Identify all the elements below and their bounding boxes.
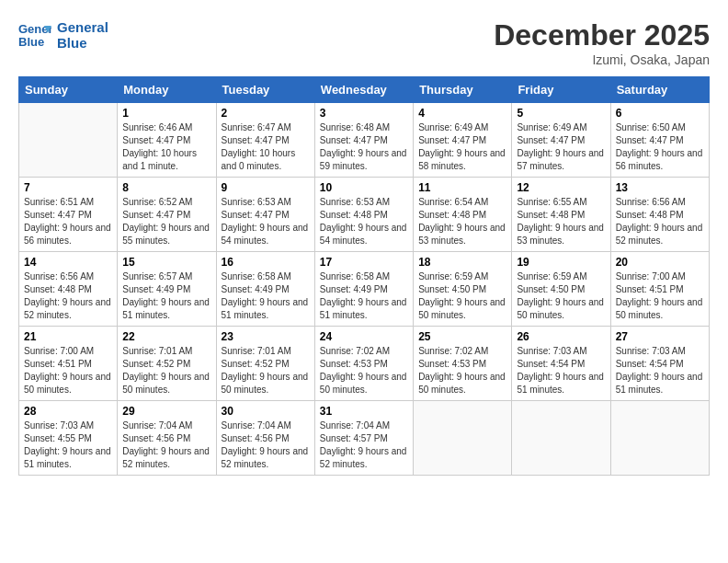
day-number: 30 [222,405,310,418]
calendar-cell: 3Sunrise: 6:48 AMSunset: 4:47 PMDaylight… [314,103,413,178]
day-number: 1 [122,107,210,120]
day-detail: Sunrise: 7:02 AMSunset: 4:53 PMDaylight:… [320,345,408,396]
day-number: 22 [122,330,210,343]
day-detail: Sunrise: 6:50 AMSunset: 4:47 PMDaylight:… [616,121,704,173]
calendar-cell [610,401,709,476]
day-number: 3 [320,107,408,120]
day-number: 17 [320,256,408,269]
day-number: 16 [222,256,310,269]
calendar-cell: 23Sunrise: 7:01 AMSunset: 4:52 PMDayligh… [216,327,314,401]
day-number: 5 [517,107,605,120]
calendar-cell: 24Sunrise: 7:02 AMSunset: 4:53 PMDayligh… [314,327,413,401]
day-number: 6 [616,107,704,120]
calendar-cell: 31Sunrise: 7:04 AMSunset: 4:57 PMDayligh… [314,401,413,476]
day-detail: Sunrise: 7:03 AMSunset: 4:55 PMDaylight:… [24,419,112,471]
day-detail: Sunrise: 6:56 AMSunset: 4:48 PMDaylight:… [24,270,112,322]
calendar-cell: 30Sunrise: 7:04 AMSunset: 4:56 PMDayligh… [216,401,314,476]
day-number: 4 [418,107,506,120]
day-number: 29 [122,405,210,418]
day-number: 31 [320,405,408,418]
calendar-cell: 4Sunrise: 6:49 AMSunset: 4:47 PMDaylight… [414,103,512,178]
day-number: 14 [24,256,112,269]
day-number: 13 [616,181,704,194]
calendar-cell: 18Sunrise: 6:59 AMSunset: 4:50 PMDayligh… [414,252,512,327]
day-detail: Sunrise: 6:58 AMSunset: 4:49 PMDaylight:… [320,270,408,322]
day-number: 18 [418,256,506,269]
calendar-body: 1Sunrise: 6:46 AMSunset: 4:47 PMDaylight… [19,103,710,476]
calendar-cell [512,401,610,476]
day-detail: Sunrise: 6:49 AMSunset: 4:47 PMDaylight:… [418,121,506,173]
calendar-cell: 6Sunrise: 6:50 AMSunset: 4:47 PMDaylight… [610,103,709,178]
day-number: 9 [222,181,310,194]
day-detail: Sunrise: 6:58 AMSunset: 4:49 PMDaylight:… [222,270,310,322]
day-detail: Sunrise: 7:04 AMSunset: 4:57 PMDaylight:… [320,419,408,471]
day-detail: Sunrise: 6:46 AMSunset: 4:47 PMDaylight:… [122,121,210,173]
week-row-2: 7Sunrise: 6:51 AMSunset: 4:47 PMDaylight… [19,178,710,252]
calendar-cell: 13Sunrise: 6:56 AMSunset: 4:48 PMDayligh… [610,178,709,252]
day-detail: Sunrise: 7:04 AMSunset: 4:56 PMDaylight:… [122,419,210,471]
day-number: 25 [418,330,506,343]
calendar-cell: 26Sunrise: 7:03 AMSunset: 4:54 PMDayligh… [512,327,610,401]
day-number: 12 [517,181,605,194]
day-number: 28 [24,405,112,418]
day-detail: Sunrise: 6:48 AMSunset: 4:47 PMDaylight:… [320,121,408,173]
day-detail: Sunrise: 7:00 AMSunset: 4:51 PMDaylight:… [24,345,112,396]
calendar-cell: 10Sunrise: 6:53 AMSunset: 4:48 PMDayligh… [314,178,413,252]
day-detail: Sunrise: 7:03 AMSunset: 4:54 PMDaylight:… [517,345,605,396]
day-number: 19 [517,256,605,269]
calendar-cell: 25Sunrise: 7:02 AMSunset: 4:53 PMDayligh… [414,327,512,401]
day-number: 24 [320,330,408,343]
day-detail: Sunrise: 6:59 AMSunset: 4:50 PMDaylight:… [418,270,506,322]
calendar-cell: 8Sunrise: 6:52 AMSunset: 4:47 PMDaylight… [118,178,216,252]
calendar-cell: 5Sunrise: 6:49 AMSunset: 4:47 PMDaylight… [512,103,610,178]
weekday-friday: Friday [512,77,610,103]
day-detail: Sunrise: 6:51 AMSunset: 4:47 PMDaylight:… [24,196,112,247]
day-detail: Sunrise: 6:56 AMSunset: 4:48 PMDaylight:… [616,196,704,247]
logo-line2: Blue [57,35,108,51]
calendar-cell [414,401,512,476]
day-number: 8 [122,181,210,194]
logo-line1: General [57,19,108,35]
calendar-cell: 9Sunrise: 6:53 AMSunset: 4:47 PMDaylight… [216,178,314,252]
calendar-cell: 12Sunrise: 6:55 AMSunset: 4:48 PMDayligh… [512,178,610,252]
calendar-cell: 15Sunrise: 6:57 AMSunset: 4:49 PMDayligh… [118,252,216,327]
calendar-cell: 17Sunrise: 6:58 AMSunset: 4:49 PMDayligh… [314,252,413,327]
day-detail: Sunrise: 7:04 AMSunset: 4:56 PMDaylight:… [222,419,310,471]
day-detail: Sunrise: 6:55 AMSunset: 4:48 PMDaylight:… [517,196,605,247]
weekday-wednesday: Wednesday [314,77,413,103]
calendar-table: SundayMondayTuesdayWednesdayThursdayFrid… [18,76,710,476]
day-number: 7 [24,181,112,194]
day-detail: Sunrise: 6:47 AMSunset: 4:47 PMDaylight:… [222,121,310,173]
day-number: 11 [418,181,506,194]
page-header: General Blue General Blue December 2025 … [18,18,710,67]
day-detail: Sunrise: 6:53 AMSunset: 4:48 PMDaylight:… [320,196,408,247]
weekday-thursday: Thursday [414,77,512,103]
day-number: 10 [320,181,408,194]
svg-text:Blue: Blue [18,35,44,49]
calendar-cell: 11Sunrise: 6:54 AMSunset: 4:48 PMDayligh… [414,178,512,252]
day-number: 27 [616,330,704,343]
day-number: 20 [616,256,704,269]
day-detail: Sunrise: 6:53 AMSunset: 4:47 PMDaylight:… [222,196,310,247]
day-detail: Sunrise: 6:57 AMSunset: 4:49 PMDaylight:… [122,270,210,322]
week-row-4: 21Sunrise: 7:00 AMSunset: 4:51 PMDayligh… [19,327,710,401]
calendar-cell: 21Sunrise: 7:00 AMSunset: 4:51 PMDayligh… [19,327,118,401]
calendar-cell: 1Sunrise: 6:46 AMSunset: 4:47 PMDaylight… [118,103,216,178]
calendar-cell: 20Sunrise: 7:00 AMSunset: 4:51 PMDayligh… [610,252,709,327]
month-title: December 2025 [494,18,710,52]
calendar-cell: 2Sunrise: 6:47 AMSunset: 4:47 PMDaylight… [216,103,314,178]
week-row-1: 1Sunrise: 6:46 AMSunset: 4:47 PMDaylight… [19,103,710,178]
calendar-cell: 27Sunrise: 7:03 AMSunset: 4:54 PMDayligh… [610,327,709,401]
calendar-cell: 28Sunrise: 7:03 AMSunset: 4:55 PMDayligh… [19,401,118,476]
day-number: 2 [222,107,310,120]
logo-icon: General Blue [18,18,51,52]
calendar-cell: 19Sunrise: 6:59 AMSunset: 4:50 PMDayligh… [512,252,610,327]
day-number: 23 [222,330,310,343]
day-number: 26 [517,330,605,343]
calendar-cell: 16Sunrise: 6:58 AMSunset: 4:49 PMDayligh… [216,252,314,327]
day-detail: Sunrise: 6:59 AMSunset: 4:50 PMDaylight:… [517,270,605,322]
day-number: 21 [24,330,112,343]
weekday-saturday: Saturday [610,77,709,103]
calendar-cell: 14Sunrise: 6:56 AMSunset: 4:48 PMDayligh… [19,252,118,327]
day-detail: Sunrise: 6:49 AMSunset: 4:47 PMDaylight:… [517,121,605,173]
